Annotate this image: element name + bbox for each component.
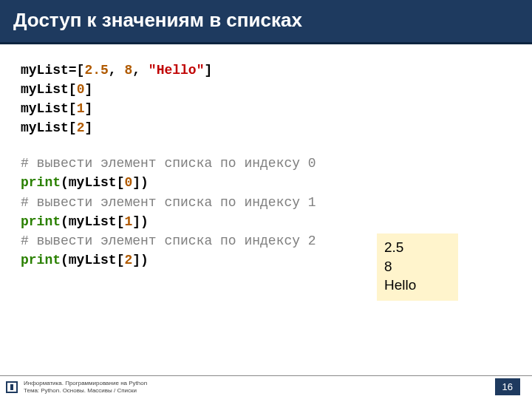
output-line-3: Hello [384, 276, 451, 295]
slide-header: Доступ к значениям в списках [0, 0, 532, 44]
footer-line-2: Тема: Python. Основы. Массивы / Списки [24, 387, 147, 395]
output-line-1: 2.5 [384, 238, 451, 257]
code-comment-0: # вывести элемент списка по индексу 0 [21, 154, 532, 173]
code-print-0: print(myList[0]) [21, 173, 532, 192]
code-line-3: myList[1] [21, 99, 532, 118]
footer-line-1: Информатика. Программирование на Python [24, 380, 147, 387]
footer-text: Информатика. Программирование на Python … [24, 380, 147, 394]
footer-left: Информатика. Программирование на Python … [6, 380, 147, 394]
output-box: 2.5 8 Hello [377, 233, 458, 301]
code-print-1: print(myList[1]) [21, 212, 532, 231]
page-number: 16 [495, 378, 520, 395]
footer-logo-icon [6, 381, 18, 393]
output-line-2: 8 [384, 257, 451, 276]
slide-title: Доступ к значениям в списках [13, 9, 519, 32]
code-comment-1: # вывести элемент списка по индексу 1 [21, 193, 532, 212]
code-line-4: myList[2] [21, 118, 532, 137]
slide-footer: Информатика. Программирование на Python … [0, 375, 532, 399]
code-line-2: myList[0] [21, 80, 532, 99]
slide-content: myList=[2.5, 8, "Hello"] myList[0] myLis… [0, 44, 532, 270]
code-line-1: myList=[2.5, 8, "Hello"] [21, 61, 532, 80]
